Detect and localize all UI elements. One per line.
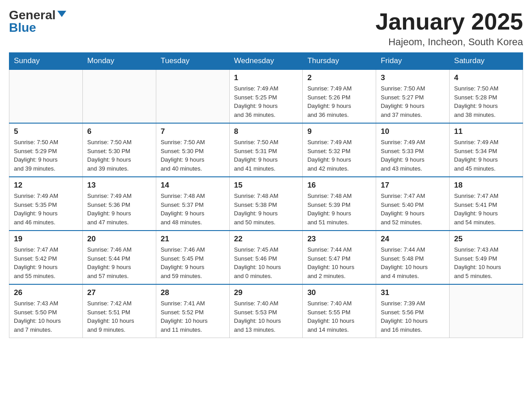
weekday-header-tuesday: Tuesday bbox=[156, 53, 229, 70]
day-number: 31 bbox=[381, 288, 445, 297]
weekday-header-sunday: Sunday bbox=[9, 53, 83, 70]
calendar-cell: 10Sunrise: 7:49 AM Sunset: 5:33 PM Dayli… bbox=[376, 123, 450, 177]
day-number: 3 bbox=[381, 73, 445, 82]
calendar-cell bbox=[9, 69, 83, 123]
day-info: Sunrise: 7:50 AM Sunset: 5:28 PM Dayligh… bbox=[454, 84, 518, 119]
calendar-table: SundayMondayTuesdayWednesdayThursdayFrid… bbox=[9, 52, 523, 338]
calendar-cell bbox=[450, 284, 523, 338]
day-info: Sunrise: 7:46 AM Sunset: 5:44 PM Dayligh… bbox=[87, 245, 151, 280]
calendar-cell: 21Sunrise: 7:46 AM Sunset: 5:45 PM Dayli… bbox=[156, 231, 229, 284]
calendar-cell: 28Sunrise: 7:41 AM Sunset: 5:52 PM Dayli… bbox=[156, 284, 229, 338]
day-number: 19 bbox=[14, 235, 78, 244]
calendar-cell: 27Sunrise: 7:42 AM Sunset: 5:51 PM Dayli… bbox=[82, 284, 156, 338]
calendar-cell: 18Sunrise: 7:47 AM Sunset: 5:41 PM Dayli… bbox=[450, 177, 523, 231]
day-info: Sunrise: 7:49 AM Sunset: 5:36 PM Dayligh… bbox=[87, 192, 151, 227]
day-number: 12 bbox=[14, 181, 78, 190]
day-number: 28 bbox=[161, 288, 225, 297]
day-number: 26 bbox=[14, 288, 78, 297]
month-title: January 2025 bbox=[375, 9, 523, 34]
day-info: Sunrise: 7:48 AM Sunset: 5:38 PM Dayligh… bbox=[234, 192, 298, 227]
day-info: Sunrise: 7:50 AM Sunset: 5:31 PM Dayligh… bbox=[234, 138, 298, 173]
day-info: Sunrise: 7:47 AM Sunset: 5:42 PM Dayligh… bbox=[14, 245, 78, 280]
day-number: 21 bbox=[161, 235, 225, 244]
calendar-cell: 12Sunrise: 7:49 AM Sunset: 5:35 PM Dayli… bbox=[9, 177, 83, 231]
calendar-cell: 3Sunrise: 7:50 AM Sunset: 5:27 PM Daylig… bbox=[376, 69, 450, 123]
calendar-cell: 30Sunrise: 7:40 AM Sunset: 5:55 PM Dayli… bbox=[303, 284, 376, 338]
calendar-cell: 6Sunrise: 7:50 AM Sunset: 5:30 PM Daylig… bbox=[82, 123, 156, 177]
day-number: 20 bbox=[87, 235, 151, 244]
day-number: 5 bbox=[14, 127, 78, 136]
title-block: January 2025 Hajeom, Incheon, South Kore… bbox=[375, 9, 523, 48]
day-info: Sunrise: 7:50 AM Sunset: 5:27 PM Dayligh… bbox=[381, 84, 445, 119]
weekday-header-saturday: Saturday bbox=[450, 53, 523, 70]
day-number: 11 bbox=[454, 127, 518, 136]
calendar-cell: 2Sunrise: 7:49 AM Sunset: 5:26 PM Daylig… bbox=[303, 69, 376, 123]
day-info: Sunrise: 7:50 AM Sunset: 5:30 PM Dayligh… bbox=[87, 138, 151, 173]
day-number: 10 bbox=[381, 127, 445, 136]
day-info: Sunrise: 7:40 AM Sunset: 5:55 PM Dayligh… bbox=[307, 299, 371, 334]
day-info: Sunrise: 7:43 AM Sunset: 5:50 PM Dayligh… bbox=[14, 299, 78, 334]
day-number: 1 bbox=[234, 73, 298, 82]
logo-triangle-icon bbox=[57, 11, 66, 17]
logo-general-text: General bbox=[9, 9, 56, 21]
weekday-header-row: SundayMondayTuesdayWednesdayThursdayFrid… bbox=[9, 53, 523, 70]
calendar-week-row: 19Sunrise: 7:47 AM Sunset: 5:42 PM Dayli… bbox=[9, 231, 523, 284]
day-info: Sunrise: 7:49 AM Sunset: 5:25 PM Dayligh… bbox=[234, 84, 298, 119]
day-number: 23 bbox=[307, 235, 371, 244]
day-info: Sunrise: 7:43 AM Sunset: 5:49 PM Dayligh… bbox=[454, 245, 518, 280]
day-info: Sunrise: 7:45 AM Sunset: 5:46 PM Dayligh… bbox=[234, 245, 298, 280]
calendar-cell: 23Sunrise: 7:44 AM Sunset: 5:47 PM Dayli… bbox=[303, 231, 376, 284]
day-info: Sunrise: 7:46 AM Sunset: 5:45 PM Dayligh… bbox=[161, 245, 225, 280]
calendar-cell: 16Sunrise: 7:48 AM Sunset: 5:39 PM Dayli… bbox=[303, 177, 376, 231]
weekday-header-monday: Monday bbox=[82, 53, 156, 70]
day-info: Sunrise: 7:49 AM Sunset: 5:26 PM Dayligh… bbox=[307, 84, 371, 119]
day-info: Sunrise: 7:50 AM Sunset: 5:30 PM Dayligh… bbox=[161, 138, 225, 173]
location-text: Hajeom, Incheon, South Korea bbox=[375, 36, 523, 48]
day-number: 4 bbox=[454, 73, 518, 82]
day-info: Sunrise: 7:44 AM Sunset: 5:48 PM Dayligh… bbox=[381, 245, 445, 280]
calendar-week-row: 1Sunrise: 7:49 AM Sunset: 5:25 PM Daylig… bbox=[9, 69, 523, 123]
day-info: Sunrise: 7:48 AM Sunset: 5:39 PM Dayligh… bbox=[307, 192, 371, 227]
calendar-cell bbox=[156, 69, 229, 123]
day-number: 17 bbox=[381, 181, 445, 190]
day-info: Sunrise: 7:41 AM Sunset: 5:52 PM Dayligh… bbox=[161, 299, 225, 334]
day-number: 8 bbox=[234, 127, 298, 136]
calendar-cell bbox=[82, 69, 156, 123]
day-info: Sunrise: 7:40 AM Sunset: 5:53 PM Dayligh… bbox=[234, 299, 298, 334]
day-number: 18 bbox=[454, 181, 518, 190]
day-number: 14 bbox=[161, 181, 225, 190]
calendar-cell: 5Sunrise: 7:50 AM Sunset: 5:29 PM Daylig… bbox=[9, 123, 83, 177]
calendar-cell: 19Sunrise: 7:47 AM Sunset: 5:42 PM Dayli… bbox=[9, 231, 83, 284]
calendar-cell: 26Sunrise: 7:43 AM Sunset: 5:50 PM Dayli… bbox=[9, 284, 83, 338]
day-info: Sunrise: 7:49 AM Sunset: 5:32 PM Dayligh… bbox=[307, 138, 371, 173]
day-number: 30 bbox=[307, 288, 371, 297]
day-info: Sunrise: 7:49 AM Sunset: 5:33 PM Dayligh… bbox=[381, 138, 445, 173]
calendar-cell: 4Sunrise: 7:50 AM Sunset: 5:28 PM Daylig… bbox=[450, 69, 523, 123]
calendar-cell: 24Sunrise: 7:44 AM Sunset: 5:48 PM Dayli… bbox=[376, 231, 450, 284]
day-number: 6 bbox=[87, 127, 151, 136]
day-info: Sunrise: 7:39 AM Sunset: 5:56 PM Dayligh… bbox=[381, 299, 445, 334]
day-number: 9 bbox=[307, 127, 371, 136]
weekday-header-thursday: Thursday bbox=[303, 53, 376, 70]
logo-blue-text: Blue bbox=[9, 21, 36, 34]
calendar-week-row: 5Sunrise: 7:50 AM Sunset: 5:29 PM Daylig… bbox=[9, 123, 523, 177]
day-number: 13 bbox=[87, 181, 151, 190]
calendar-cell: 31Sunrise: 7:39 AM Sunset: 5:56 PM Dayli… bbox=[376, 284, 450, 338]
calendar-week-row: 12Sunrise: 7:49 AM Sunset: 5:35 PM Dayli… bbox=[9, 177, 523, 231]
calendar-cell: 9Sunrise: 7:49 AM Sunset: 5:32 PM Daylig… bbox=[303, 123, 376, 177]
weekday-header-wednesday: Wednesday bbox=[229, 53, 303, 70]
day-info: Sunrise: 7:44 AM Sunset: 5:47 PM Dayligh… bbox=[307, 245, 371, 280]
day-info: Sunrise: 7:49 AM Sunset: 5:34 PM Dayligh… bbox=[454, 138, 518, 173]
page-header: General Blue January 2025 Hajeom, Incheo… bbox=[9, 9, 523, 48]
day-number: 27 bbox=[87, 288, 151, 297]
day-info: Sunrise: 7:48 AM Sunset: 5:37 PM Dayligh… bbox=[161, 192, 225, 227]
logo: General Blue bbox=[9, 9, 66, 34]
day-number: 24 bbox=[381, 235, 445, 244]
day-number: 25 bbox=[454, 235, 518, 244]
calendar-cell: 29Sunrise: 7:40 AM Sunset: 5:53 PM Dayli… bbox=[229, 284, 303, 338]
day-info: Sunrise: 7:42 AM Sunset: 5:51 PM Dayligh… bbox=[87, 299, 151, 334]
day-number: 7 bbox=[161, 127, 225, 136]
calendar-cell: 8Sunrise: 7:50 AM Sunset: 5:31 PM Daylig… bbox=[229, 123, 303, 177]
calendar-cell: 1Sunrise: 7:49 AM Sunset: 5:25 PM Daylig… bbox=[229, 69, 303, 123]
calendar-cell: 11Sunrise: 7:49 AM Sunset: 5:34 PM Dayli… bbox=[450, 123, 523, 177]
